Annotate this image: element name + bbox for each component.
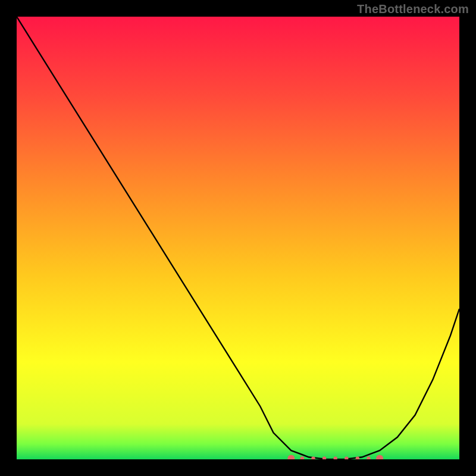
watermark-text: TheBottleneck.com: [357, 2, 469, 16]
chart-svg: [17, 17, 459, 459]
gradient-background: [17, 17, 459, 459]
chart-container: TheBottleneck.com: [0, 0, 476, 476]
plot-area: [17, 17, 459, 459]
